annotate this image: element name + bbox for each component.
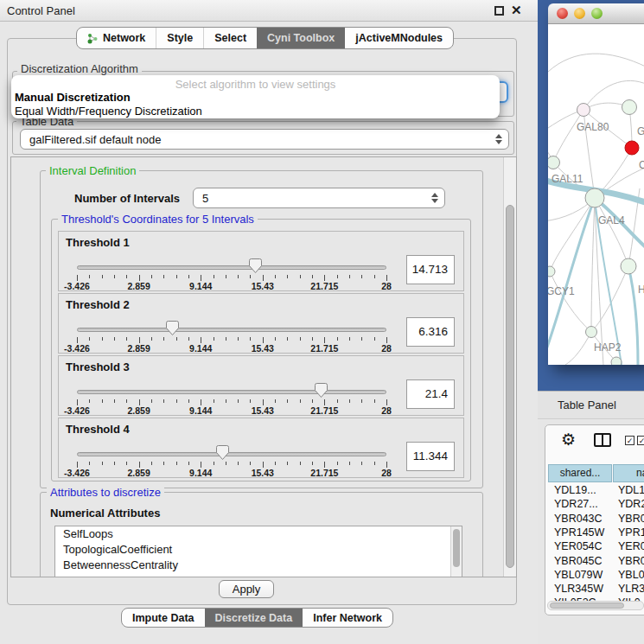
control-panel-tabbar: NetworkStyleSelectCyni ToolboxjActiveMNo… bbox=[76, 27, 454, 49]
tick-mark bbox=[287, 275, 288, 278]
tick-mark bbox=[238, 275, 239, 278]
threshold-value-field[interactable]: 14.713 bbox=[406, 255, 455, 284]
tab-network[interactable]: Network bbox=[77, 28, 156, 48]
scrollbar-thumb[interactable] bbox=[550, 603, 624, 609]
thresholds-group-label: Threshold's Coordinates for 5 Intervals bbox=[58, 213, 258, 226]
network-node-gcy1[interactable] bbox=[548, 266, 555, 277]
attribute-list-item[interactable]: BetweennessCentrality bbox=[55, 558, 462, 573]
network-node-c[interactable] bbox=[625, 141, 639, 155]
tick-mark bbox=[361, 337, 362, 341]
number-of-intervals-spinner[interactable]: 5 bbox=[193, 188, 445, 208]
zoom-traffic-light-icon[interactable] bbox=[591, 8, 603, 19]
tick-mark bbox=[126, 275, 127, 278]
tab-infer-network[interactable]: Infer Network bbox=[303, 609, 392, 627]
attribute-list-item[interactable]: SelfLoops bbox=[55, 526, 462, 542]
tick-mark bbox=[226, 462, 226, 465]
tab-cyni-toolbox[interactable]: Cyni Toolbox bbox=[257, 28, 345, 48]
tick-label: 21.715 bbox=[310, 343, 338, 354]
tick-mark bbox=[226, 275, 226, 278]
table-row[interactable]: YBR045CYBR0 bbox=[545, 555, 644, 569]
tick-label: 28 bbox=[381, 468, 392, 478]
tick-label: -3.426 bbox=[64, 468, 90, 478]
tick-label: 21.715 bbox=[310, 281, 338, 291]
cell-name: YBL0 bbox=[618, 569, 644, 581]
tab-select[interactable]: Select bbox=[203, 28, 257, 48]
tab-style[interactable]: Style bbox=[156, 28, 203, 48]
network-node-hap2[interactable] bbox=[586, 327, 597, 338]
threshold-slider-track[interactable] bbox=[77, 390, 386, 394]
slider-thumb[interactable] bbox=[249, 258, 262, 273]
tick-mark bbox=[201, 337, 201, 343]
threshold-slider-track[interactable] bbox=[77, 265, 386, 270]
network-window-titlebar[interactable] bbox=[548, 3, 644, 24]
slider-thumb[interactable] bbox=[216, 445, 229, 460]
cell-shared-name: YDR27... bbox=[554, 498, 598, 510]
tick-mark bbox=[238, 462, 239, 465]
attribute-list-item[interactable]: TopologicalCoefficient bbox=[55, 542, 462, 558]
attributes-scrollbar[interactable] bbox=[450, 526, 462, 577]
float-window-icon[interactable] bbox=[494, 6, 504, 16]
table-data-select[interactable]: galFiltered.sif default node bbox=[20, 129, 509, 150]
tick-mark bbox=[163, 462, 164, 465]
slider-tick-labels: -3.4262.8599.14415.4321.71528 bbox=[77, 405, 386, 415]
tick-mark bbox=[238, 399, 239, 403]
column-layout-icon[interactable] bbox=[594, 433, 611, 447]
tick-mark bbox=[386, 462, 387, 468]
tick-mark bbox=[214, 399, 214, 403]
network-node[interactable] bbox=[611, 357, 622, 365]
minimize-traffic-light-icon[interactable] bbox=[574, 8, 585, 19]
gear-icon[interactable]: ⚙ bbox=[561, 430, 576, 450]
checkbox-icon[interactable]: ✓ bbox=[625, 436, 634, 445]
table-panel-bar: Table Panel bbox=[538, 391, 644, 419]
tick-mark bbox=[77, 399, 78, 405]
slider-tick-labels: -3.4262.8599.14415.4321.71528 bbox=[77, 468, 386, 477]
tick-mark bbox=[361, 462, 362, 465]
settings-vertical-scrollbar[interactable] bbox=[503, 157, 516, 577]
threshold-slider-track[interactable] bbox=[77, 452, 386, 456]
cell-shared-name: YBL079W bbox=[554, 569, 603, 581]
tick-mark bbox=[275, 275, 276, 278]
table-row[interactable]: YDL19...YDL1 bbox=[545, 484, 644, 498]
network-canvas[interactable]: GAL80GACGAL11GAL4GCY1HHAP2 bbox=[548, 24, 644, 365]
table-horizontal-scrollbar[interactable] bbox=[547, 601, 644, 610]
scrollbar-thumb[interactable] bbox=[506, 205, 514, 568]
table-row[interactable]: YBL079WYBL0 bbox=[545, 569, 644, 583]
threshold-value-field[interactable]: 21.4 bbox=[406, 379, 455, 409]
tab-impute-data[interactable]: Impute Data bbox=[122, 609, 205, 627]
dropdown-option-equal-width-frequency[interactable]: Equal Width/Frequency Discretization bbox=[15, 105, 202, 118]
network-node-h[interactable] bbox=[621, 258, 636, 274]
tick-mark bbox=[226, 399, 226, 403]
table-column-header-name[interactable]: na bbox=[613, 464, 644, 482]
threshold-slider-track[interactable] bbox=[77, 328, 386, 332]
slider-thumb[interactable] bbox=[315, 383, 328, 398]
tick-label: 28 bbox=[381, 343, 392, 354]
table-row[interactable]: YER054CYER0 bbox=[545, 540, 644, 554]
cell-name: YBR0 bbox=[618, 555, 644, 567]
network-node-gal11[interactable] bbox=[548, 156, 560, 169]
tab-jactivemnodules[interactable]: jActiveMNodules bbox=[345, 28, 453, 48]
apply-button[interactable]: Apply bbox=[219, 580, 274, 598]
network-node-ga[interactable] bbox=[622, 100, 637, 115]
table-row[interactable]: YPR145WYPR1 bbox=[545, 526, 644, 540]
close-traffic-light-icon[interactable] bbox=[557, 8, 568, 19]
cell-name: YLR3 bbox=[618, 583, 644, 595]
numerical-attributes-list[interactable]: SelfLoopsTopologicalCoefficientBetweenne… bbox=[54, 526, 462, 577]
threshold-value-field[interactable]: 6.316 bbox=[406, 317, 455, 347]
checkbox-icon[interactable]: ✓ bbox=[637, 436, 644, 445]
table-row[interactable]: YBR043CYBR0 bbox=[545, 513, 644, 526]
tick-mark bbox=[349, 275, 350, 278]
network-node-gal80[interactable] bbox=[577, 104, 590, 117]
table-row[interactable]: YDR27...YDR2 bbox=[545, 498, 644, 512]
close-icon[interactable]: ✕ bbox=[511, 3, 522, 18]
tab-discretize-data[interactable]: Discretize Data bbox=[205, 609, 303, 627]
table-column-header-shared[interactable]: shared... bbox=[548, 464, 612, 482]
slider-thumb[interactable] bbox=[166, 321, 179, 335]
node-label: GAL11 bbox=[552, 173, 583, 185]
dropdown-option-manual-discretization[interactable]: Manual Discretization bbox=[15, 91, 131, 104]
network-node-gal4[interactable] bbox=[585, 188, 604, 207]
scrollbar-thumb[interactable] bbox=[453, 529, 460, 567]
table-row[interactable]: YLR345WYLR3 bbox=[545, 583, 644, 596]
tick-mark bbox=[361, 399, 362, 403]
threshold-value-field[interactable]: 11.344 bbox=[406, 442, 455, 471]
tick-mark bbox=[312, 275, 313, 278]
